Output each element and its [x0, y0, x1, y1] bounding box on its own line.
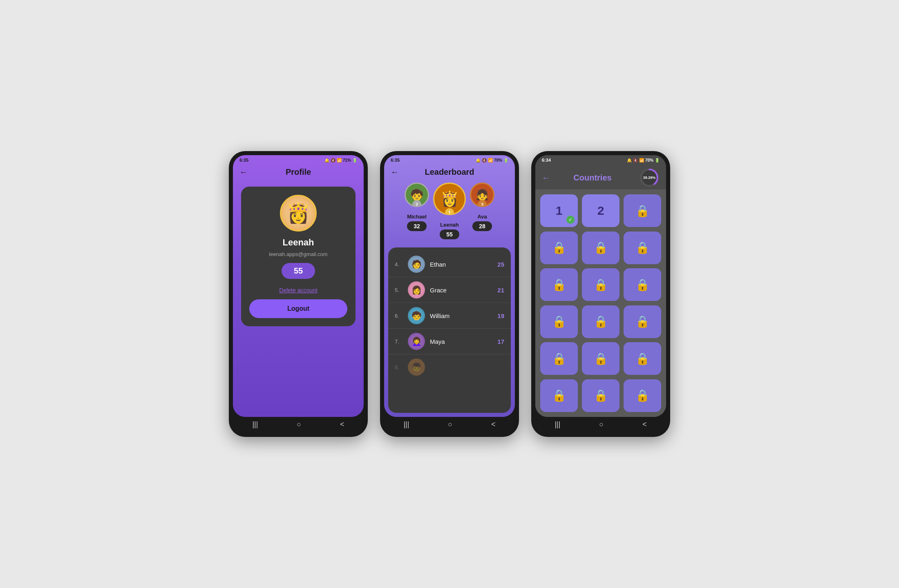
lock-icon-15: 🔒: [635, 352, 650, 365]
status-bar-1: 6:35 🔔 🔇 📶 71% 🔋: [233, 155, 364, 164]
grid-cell-5[interactable]: 🔒: [582, 232, 619, 264]
nav-back-1[interactable]: <: [340, 420, 344, 429]
grid-cell-16[interactable]: 🔒: [540, 379, 578, 412]
lock-icon-11: 🔒: [594, 315, 608, 328]
lock-icon-8: 🔒: [594, 278, 608, 292]
grid-cell-3[interactable]: 🔒: [624, 194, 661, 227]
score-maya: 17: [497, 338, 504, 345]
profile-header: ← Profile: [233, 164, 364, 178]
battery-2: 70%: [494, 158, 502, 163]
avatar-william: 🧒: [408, 307, 425, 324]
phone-countries: 6:34 🔔 🔇 📶 70% 🔋 ← Countries 39.29%: [531, 151, 670, 437]
rank-6: 6.: [395, 313, 403, 319]
score-grace: 21: [497, 287, 504, 294]
podium-score-third: 28: [472, 221, 492, 231]
status-icons-3: 🔔 🔇 📶 70% 🔋: [627, 158, 660, 163]
lock-icon-10: 🔒: [552, 315, 566, 328]
avatar-leenah: 👸: [280, 195, 317, 232]
podium-first: 👸 1 Leenah 55: [433, 183, 466, 239]
grid-cell-4[interactable]: 🔒: [540, 232, 578, 264]
progress-text: 39.29%: [643, 176, 656, 180]
podium-name-first: Leenah: [440, 222, 459, 228]
time-1: 6:35: [239, 158, 248, 163]
name-grace: Grace: [430, 287, 492, 294]
lock-icon-6: 🔒: [635, 241, 650, 254]
delete-account-link[interactable]: Delete account: [279, 287, 317, 294]
rank-5: 5.: [395, 287, 403, 293]
profile-email: leenah.apps@gmail.com: [269, 251, 327, 257]
nav-back-3[interactable]: <: [642, 420, 647, 429]
grid-cell-6[interactable]: 🔒: [624, 232, 661, 264]
list-item[interactable]: 6. 🧒 William 19: [388, 303, 511, 329]
lock-icon-18: 🔒: [635, 389, 650, 402]
grid-cell-8[interactable]: 🔒: [582, 268, 619, 301]
name-william: William: [430, 312, 492, 319]
nav-menu-1[interactable]: |||: [252, 420, 258, 429]
name-maya: Maya: [430, 338, 492, 345]
lock-icon-4: 🔒: [552, 241, 566, 254]
nav-home-3[interactable]: ○: [599, 420, 604, 429]
grid-cell-18[interactable]: 🔒: [624, 379, 661, 412]
leaderboard-list: 4. 🧑 Ethan 25 5. 👩 Grace 21 6. 🧒: [388, 247, 511, 413]
nav-home-2[interactable]: ○: [448, 420, 452, 429]
profile-name: Leenah: [282, 237, 314, 248]
avatar-partial: 👦: [408, 359, 425, 376]
status-bar-2: 6:35 🔔 🔇 📶 70% 🔋: [384, 155, 515, 164]
nav-menu-3[interactable]: |||: [555, 420, 560, 429]
grid-cell-15[interactable]: 🔒: [624, 342, 661, 375]
avatar-leenah-podium: 👸 1: [433, 183, 466, 215]
podium-name-second: Michael: [407, 214, 427, 220]
list-item[interactable]: 4. 🧑 Ethan 25: [388, 252, 511, 277]
phone-leaderboard: 6:35 🔔 🔇 📶 70% 🔋 ← Leaderboard 🧒 2: [380, 151, 519, 437]
nav-bar-2: ||| ○ <: [384, 417, 515, 433]
lock-icon-3: 🔒: [635, 204, 650, 218]
medal-silver: 2: [412, 200, 421, 207]
back-button-2[interactable]: ←: [391, 167, 399, 177]
nav-home-1[interactable]: ○: [297, 420, 301, 429]
progress-circle: 39.29%: [639, 167, 660, 188]
lock-icon-13: 🔒: [552, 352, 566, 365]
status-icons-1: 🔔 🔇 📶 71% 🔋: [324, 158, 357, 163]
nav-bar-3: ||| ○ <: [535, 417, 666, 433]
grid-cell-12[interactable]: 🔒: [624, 305, 661, 338]
grid-cell-11[interactable]: 🔒: [582, 305, 619, 338]
grid-cell-7[interactable]: 🔒: [540, 268, 578, 301]
lock-icon-17: 🔒: [594, 389, 608, 402]
grid-cell-10[interactable]: 🔒: [540, 305, 578, 338]
score-william: 19: [497, 312, 504, 319]
grid-cell-1[interactable]: 1 ✓: [540, 194, 578, 227]
rank-4: 4.: [395, 261, 403, 267]
name-ethan: Ethan: [430, 261, 492, 268]
lock-icon-9: 🔒: [635, 278, 650, 292]
profile-score: 55: [282, 263, 315, 279]
podium-third: 👧 3 Ava 28: [470, 183, 494, 231]
back-button-1[interactable]: ←: [239, 167, 248, 177]
list-item[interactable]: 5. 👩 Grace 21: [388, 277, 511, 303]
nav-back-2[interactable]: <: [491, 420, 496, 429]
cell-number-2: 2: [597, 204, 604, 218]
logout-button[interactable]: Logout: [249, 299, 347, 318]
lock-icon-12: 🔒: [635, 315, 650, 328]
podium-score-second: 32: [407, 221, 427, 231]
nav-menu-2[interactable]: |||: [403, 420, 409, 429]
grid-cell-13[interactable]: 🔒: [540, 342, 578, 375]
grid-cell-9[interactable]: 🔒: [624, 268, 661, 301]
avatar-michael: 🧒 2: [405, 183, 429, 207]
score-ethan: 25: [497, 261, 504, 268]
time-2: 6:35: [391, 158, 400, 163]
page-title-1: Profile: [248, 167, 349, 177]
list-item[interactable]: 7. 👩‍🦱 Maya 17: [388, 329, 511, 354]
lock-icon-14: 🔒: [594, 352, 608, 365]
lock-icon-16: 🔒: [552, 389, 566, 402]
podium-section: 🧒 2 Michael 32 👸 1 Leenah 55: [384, 178, 515, 247]
podium-second: 🧒 2 Michael 32: [405, 183, 429, 231]
status-icons-2: 🔔 🔇 📶 70% 🔋: [476, 158, 508, 163]
lock-icon-5: 🔒: [594, 241, 608, 254]
countries-grid: 1 ✓ 2 🔒 🔒 🔒 🔒 🔒 🔒: [535, 189, 666, 417]
medal-gold: 1: [445, 208, 454, 215]
grid-cell-17[interactable]: 🔒: [582, 379, 619, 412]
grid-cell-14[interactable]: 🔒: [582, 342, 619, 375]
battery-1: 71%: [343, 158, 351, 163]
grid-cell-2[interactable]: 2: [582, 194, 619, 227]
back-button-3[interactable]: ←: [542, 173, 550, 183]
